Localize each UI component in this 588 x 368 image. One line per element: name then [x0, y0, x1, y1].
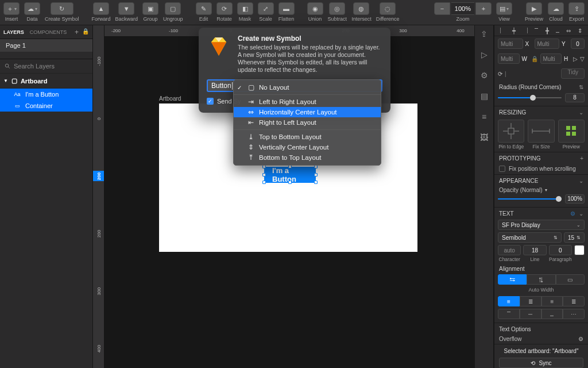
- layout-option-none[interactable]: ✓▢No Layout: [234, 82, 381, 93]
- ungroup-button[interactable]: ▢: [165, 2, 181, 15]
- edit-button[interactable]: ✎: [196, 2, 212, 15]
- mask-button[interactable]: ◧: [237, 2, 253, 15]
- valign-top-button[interactable]: ⎺: [498, 309, 520, 319]
- font-weight-select[interactable]: Semibold⇅: [498, 232, 562, 243]
- align-bottom-icon[interactable]: ⎽: [556, 28, 559, 34]
- align-vcenter-icon[interactable]: ╋: [546, 28, 549, 34]
- valign-middle-button[interactable]: ─: [520, 309, 541, 319]
- distribute-h-icon[interactable]: ⇔: [566, 28, 571, 34]
- preview-control[interactable]: [558, 120, 585, 143]
- radius-stepper-icon[interactable]: ⇅: [579, 84, 583, 90]
- opacity-value[interactable]: 100%: [565, 194, 585, 204]
- layout-option-rtl[interactable]: ⇤Right to Left Layout: [234, 117, 381, 128]
- list-icon[interactable]: ≡: [479, 112, 489, 122]
- union-button[interactable]: ◉: [307, 2, 323, 15]
- tidy-button[interactable]: Tidy: [561, 68, 585, 79]
- char-spacing-input[interactable]: auto: [498, 245, 521, 255]
- tab-components[interactable]: COMPONENTS: [30, 29, 67, 35]
- tab-layers[interactable]: LAYERS: [3, 29, 24, 35]
- align-right-icon[interactable]: ⎹: [523, 27, 528, 34]
- layout-option-vcenter[interactable]: ⇕Vertically Center Layout: [234, 142, 381, 152]
- text-gear-icon[interactable]: ⚙: [570, 210, 575, 217]
- create-symbol-button[interactable]: ↻: [51, 2, 74, 15]
- rotate-icon[interactable]: ⟳: [498, 71, 502, 77]
- halign-right-button[interactable]: ≡: [541, 296, 563, 306]
- halign-justify-button[interactable]: ≣: [563, 296, 585, 306]
- text-options-button[interactable]: ⋯: [563, 309, 585, 319]
- halign-left-button[interactable]: ≡: [498, 296, 520, 306]
- flip-v-icon[interactable]: ▽: [580, 56, 585, 62]
- distribute-v-icon[interactable]: ⇕: [578, 28, 582, 34]
- flatten-button[interactable]: ▬: [278, 2, 295, 15]
- y-input[interactable]: Multi: [535, 39, 560, 49]
- forward-button[interactable]: ▲: [93, 2, 109, 15]
- h-input[interactable]: Multi: [540, 53, 562, 64]
- difference-button[interactable]: ◌: [380, 2, 396, 15]
- view-button[interactable]: ▤▾: [496, 2, 512, 15]
- layout-option-ltr[interactable]: ⇥Left to Right Layout: [234, 97, 381, 107]
- layer-row-shape[interactable]: ▭ Container: [0, 100, 92, 112]
- fix-size-control[interactable]: [528, 120, 554, 143]
- page-row[interactable]: Page 1: [0, 39, 92, 52]
- line-height-input[interactable]: 18: [523, 245, 546, 255]
- chevron-down-icon[interactable]: ⌄: [579, 109, 583, 116]
- intersect-button[interactable]: ◍: [353, 2, 369, 15]
- artboard-name-label[interactable]: Artboard: [159, 95, 181, 102]
- chevron-down-icon[interactable]: ⌄: [579, 210, 583, 217]
- preview-button[interactable]: ▶: [526, 2, 542, 15]
- artboard-header[interactable]: ▼ ▢ Artboard: [0, 74, 92, 89]
- sel-handle[interactable]: [314, 173, 318, 177]
- export-button[interactable]: ⇪: [568, 2, 585, 15]
- font-family-select[interactable]: SF Pro Display⌄: [498, 220, 585, 230]
- textbox-auto-height-button[interactable]: ⮁: [527, 274, 555, 285]
- lock-icon[interactable]: 🔒: [82, 28, 89, 36]
- send-to-symbols-checkbox[interactable]: ✓: [207, 98, 214, 105]
- image-icon[interactable]: 🖼: [479, 132, 489, 143]
- flip-h-icon[interactable]: ▷: [573, 56, 578, 62]
- fix-scroll-checkbox[interactable]: [499, 166, 505, 172]
- radius-value[interactable]: 8: [565, 93, 585, 102]
- align-hcenter-icon[interactable]: ┿: [512, 28, 516, 34]
- layout-option-btt[interactable]: ⤒Bottom to Top Layout: [234, 152, 381, 163]
- sel-handle[interactable]: [314, 181, 318, 184]
- insert-button[interactable]: ＋▾: [3, 2, 20, 15]
- layer-row-text[interactable]: Aa I'm a Button: [0, 89, 92, 100]
- valign-bottom-button[interactable]: ⎽: [541, 309, 563, 319]
- rotate-button[interactable]: ⟳: [216, 2, 233, 15]
- layout-option-ttb[interactable]: ⤓Top to Bottom Layout: [234, 132, 381, 142]
- sel-handle[interactable]: [288, 181, 292, 184]
- paragraph-input[interactable]: 0: [549, 245, 572, 255]
- sync-button[interactable]: ⟲Sync: [499, 358, 583, 368]
- align-top-icon[interactable]: ⎺: [535, 28, 538, 34]
- sel-handle[interactable]: [262, 173, 266, 177]
- x-input[interactable]: Multi: [498, 39, 523, 49]
- radius-slider[interactable]: [498, 94, 562, 101]
- group-button[interactable]: ▣: [142, 2, 158, 15]
- y-value[interactable]: 0: [571, 39, 585, 49]
- zoom-out-button[interactable]: −: [434, 2, 450, 15]
- overflow-gear-icon[interactable]: ⚙: [578, 336, 583, 342]
- lock-aspect-icon[interactable]: 🔒: [531, 56, 538, 62]
- textbox-auto-width-button[interactable]: ⮀: [498, 274, 527, 285]
- chevron-down-icon[interactable]: ⌄: [579, 178, 583, 184]
- textbox-fixed-button[interactable]: ▭: [556, 274, 585, 285]
- sel-handle[interactable]: [262, 181, 266, 184]
- w-input[interactable]: Multi: [498, 53, 520, 64]
- layout-option-hcenter[interactable]: ⇔Horizontally Center Layout: [234, 107, 381, 117]
- halign-center-button[interactable]: ≣: [520, 296, 541, 306]
- align-left-icon[interactable]: ⎸: [500, 27, 505, 34]
- subtract-button[interactable]: ◎: [329, 2, 345, 15]
- opacity-slider[interactable]: [498, 195, 562, 202]
- cloud-button[interactable]: ☁: [548, 2, 564, 15]
- grid-icon[interactable]: ▤: [479, 91, 489, 101]
- backward-button[interactable]: ▼: [118, 2, 134, 15]
- chevron-down-icon[interactable]: ▾: [545, 187, 547, 193]
- share-icon[interactable]: ⇪: [479, 29, 489, 39]
- search-layers-input[interactable]: Search Layers: [0, 59, 92, 74]
- zoom-in-button[interactable]: +: [475, 2, 492, 15]
- add-icon[interactable]: +: [580, 155, 583, 162]
- add-page-icon[interactable]: +: [75, 28, 79, 36]
- play-icon[interactable]: ▷: [479, 49, 489, 60]
- text-color-swatch[interactable]: [574, 245, 585, 255]
- pin-control[interactable]: [498, 120, 524, 143]
